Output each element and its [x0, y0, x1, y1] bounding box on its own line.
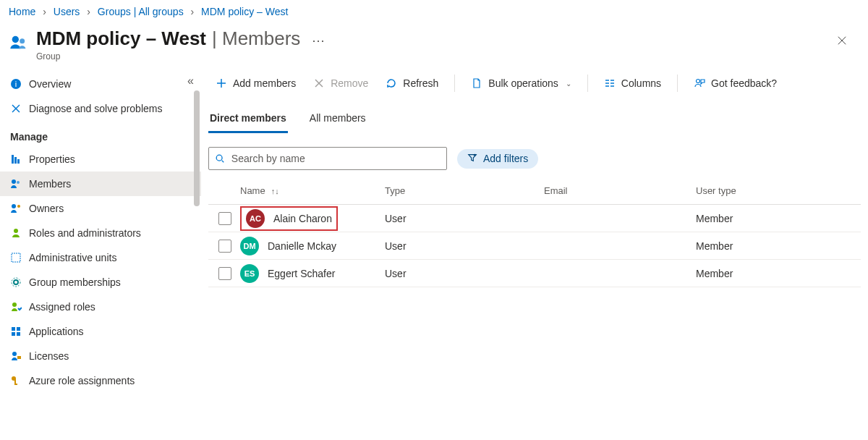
breadcrumb-home[interactable]: Home: [9, 6, 35, 17]
members-table: Name ↑↓ Type Email User type AC Alain Ch…: [208, 177, 861, 287]
breadcrumb-current[interactable]: MDM policy – West: [201, 6, 288, 17]
add-members-button[interactable]: Add members: [208, 73, 303, 93]
bulk-operations-button[interactable]: Bulk operations ⌄: [464, 73, 579, 93]
sort-icon: ↑↓: [271, 187, 279, 195]
sidebar-item-label: Licenses: [29, 350, 69, 362]
tab-direct-members[interactable]: Direct members: [208, 108, 288, 133]
search-box[interactable]: [208, 147, 447, 170]
sidebar-item-group-memberships[interactable]: Group memberships: [0, 270, 201, 295]
command-bar: Add members Remove Refresh Bulk operatio…: [208, 69, 861, 101]
gear-icon: [10, 276, 22, 288]
sidebar-item-applications[interactable]: Applications: [0, 319, 201, 344]
sidebar-item-label: Group memberships: [29, 276, 121, 288]
close-button[interactable]: [833, 32, 851, 49]
sidebar-item-diagnose[interactable]: Diagnose and solve problems: [0, 96, 201, 121]
svg-point-17: [14, 280, 18, 284]
member-type: User: [382, 268, 541, 279]
svg-rect-22: [12, 332, 15, 336]
sidebar-item-label: Members: [29, 178, 71, 190]
sidebar-item-label: Administrative units: [29, 252, 116, 263]
sidebar-scrollbar[interactable]: [192, 90, 201, 440]
resource-type-label: Group: [36, 51, 325, 62]
sidebar-item-properties[interactable]: Properties: [0, 147, 201, 172]
member-usertype: Member: [693, 240, 845, 252]
assigned-roles-icon: [10, 301, 22, 313]
tab-all-members[interactable]: All members: [308, 108, 367, 133]
add-filters-button[interactable]: Add filters: [457, 149, 538, 169]
breadcrumb-groups[interactable]: Groups | All groups: [98, 6, 184, 17]
breadcrumb-sep: ›: [87, 6, 90, 17]
filter-icon: [467, 153, 477, 165]
sidebar-item-members[interactable]: Members: [0, 172, 201, 196]
svg-point-24: [12, 352, 17, 356]
more-actions-button[interactable]: ⋯: [312, 33, 325, 48]
filter-label: Add filters: [483, 153, 528, 164]
command-separator: [677, 75, 678, 92]
filter-row: Add filters: [208, 147, 861, 170]
table-row[interactable]: DM Danielle Mckay User Member: [208, 232, 861, 260]
member-name[interactable]: Danielle Mckay: [268, 240, 336, 252]
sidebar-item-label: Roles and administrators: [29, 227, 141, 239]
row-checkbox[interactable]: [218, 267, 231, 280]
svg-point-12: [17, 181, 20, 184]
svg-point-40: [217, 155, 223, 161]
column-email[interactable]: Email: [541, 185, 693, 196]
sidebar-item-assigned-roles[interactable]: Assigned roles: [0, 295, 201, 319]
member-type: User: [382, 240, 541, 252]
sidebar: « i Overview Diagnose and solve problems…: [0, 69, 201, 440]
collapse-sidebar-button[interactable]: «: [187, 75, 194, 88]
licenses-icon: [10, 350, 22, 362]
svg-rect-25: [17, 356, 21, 359]
svg-rect-16: [12, 253, 20, 262]
svg-rect-28: [14, 384, 17, 385]
breadcrumb: Home › Users › Groups | All groups › MDM…: [0, 0, 868, 23]
roles-icon: [10, 227, 22, 239]
page-title: MDM policy – West: [36, 28, 206, 50]
breadcrumb-sep: ›: [191, 6, 195, 17]
refresh-button[interactable]: Refresh: [378, 73, 446, 93]
column-type[interactable]: Type: [382, 185, 541, 196]
breadcrumb-users[interactable]: Users: [54, 6, 80, 17]
tabs: Direct members All members: [208, 108, 861, 134]
member-name[interactable]: Eggert Schafer: [268, 268, 335, 279]
sidebar-item-overview[interactable]: i Overview: [0, 72, 201, 96]
key-icon: [10, 375, 22, 386]
cmd-label: Columns: [621, 77, 661, 89]
sidebar-item-licenses[interactable]: Licenses: [0, 344, 201, 368]
member-name[interactable]: Alain Charon: [273, 213, 332, 224]
svg-point-13: [12, 204, 16, 208]
columns-icon: [604, 77, 616, 89]
sidebar-item-owners[interactable]: Owners: [0, 196, 201, 221]
cmd-label: Refresh: [403, 77, 438, 89]
command-separator: [587, 75, 588, 92]
row-checkbox[interactable]: [218, 212, 231, 225]
avatar: ES: [240, 264, 259, 283]
table-row[interactable]: ES Eggert Schafer User Member: [208, 260, 861, 287]
svg-point-14: [17, 205, 20, 208]
sidebar-item-label: Applications: [29, 326, 84, 337]
svg-rect-9: [14, 157, 17, 164]
table-row[interactable]: AC Alain Charon User Member: [208, 205, 861, 232]
columns-button[interactable]: Columns: [597, 73, 668, 93]
member-usertype: Member: [693, 213, 845, 224]
chevron-down-icon: ⌄: [566, 80, 571, 88]
sidebar-item-azure-roles[interactable]: Azure role assignments: [0, 368, 201, 393]
command-separator: [454, 75, 455, 92]
row-checkbox[interactable]: [218, 240, 231, 253]
sidebar-item-admin-units[interactable]: Administrative units: [0, 245, 201, 270]
cmd-label: Remove: [331, 77, 368, 89]
search-input[interactable]: [231, 153, 441, 164]
svg-point-39: [697, 80, 700, 83]
refresh-icon: [386, 77, 397, 89]
svg-point-1: [20, 38, 25, 43]
feedback-button[interactable]: Got feedback?: [686, 73, 784, 93]
svg-line-41: [222, 161, 224, 163]
sidebar-item-roles[interactable]: Roles and administrators: [0, 221, 201, 245]
svg-rect-20: [12, 327, 15, 331]
column-name[interactable]: Name ↑↓: [237, 185, 382, 196]
column-usertype[interactable]: User type: [693, 185, 845, 196]
search-icon: [215, 153, 226, 164]
cmd-label: Got feedback?: [711, 77, 777, 89]
svg-rect-8: [12, 155, 14, 164]
file-icon: [471, 77, 482, 89]
